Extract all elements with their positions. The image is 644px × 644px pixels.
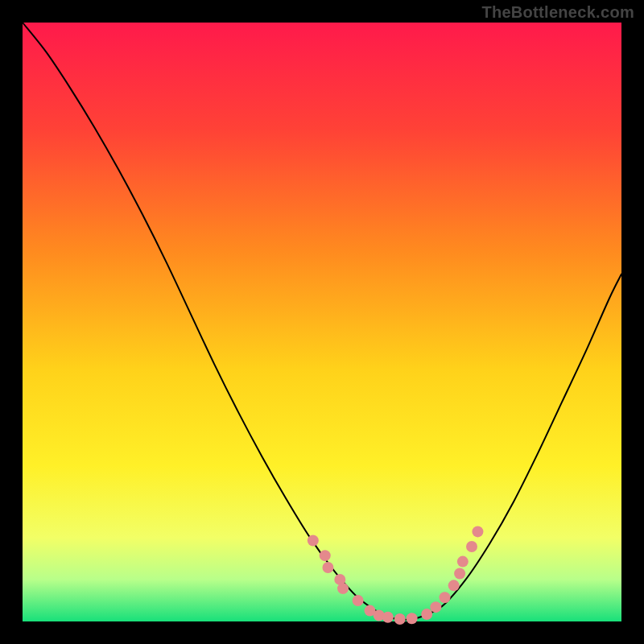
highlight-dot xyxy=(448,580,460,591)
highlight-dot xyxy=(466,541,477,552)
plot-background xyxy=(23,23,621,621)
highlight-dot xyxy=(382,612,394,623)
highlight-dot xyxy=(440,592,451,603)
highlight-dot xyxy=(308,535,319,547)
highlight-dot xyxy=(322,562,333,573)
highlight-dot xyxy=(430,601,441,613)
highlight-dot xyxy=(394,613,406,625)
highlight-dot xyxy=(337,583,349,594)
highlight-dot xyxy=(472,526,483,537)
highlight-dot xyxy=(407,613,418,624)
highlight-dot xyxy=(353,595,364,606)
highlight-dot xyxy=(421,609,432,620)
highlight-dot xyxy=(320,550,331,561)
chart-svg xyxy=(0,0,644,644)
chart-stage: TheBottleneck.com xyxy=(0,0,644,644)
highlight-dot xyxy=(457,556,469,568)
highlight-dot xyxy=(454,568,465,579)
